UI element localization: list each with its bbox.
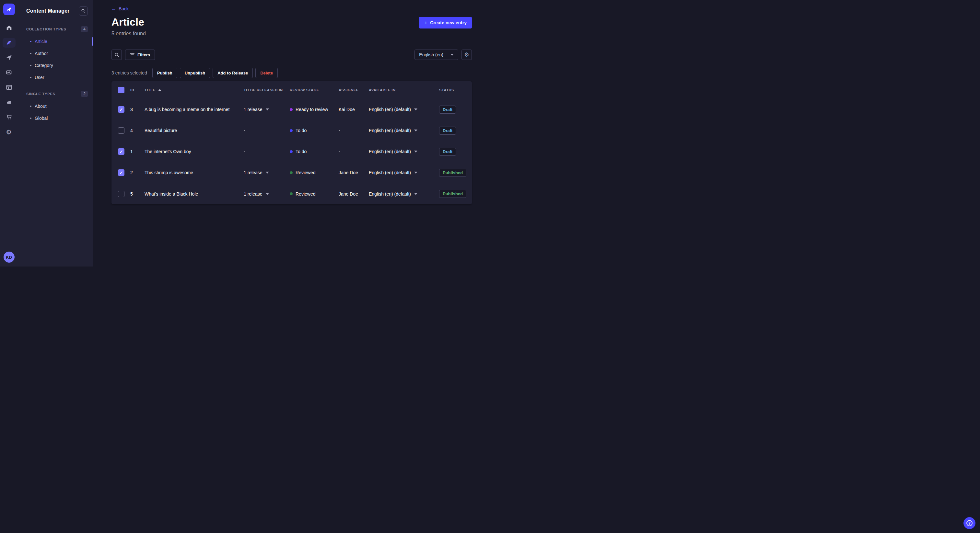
unpublish-button[interactable]: Unpublish bbox=[180, 68, 210, 78]
column-available-in: AVAILABLE IN bbox=[369, 88, 439, 92]
chevron-down-icon bbox=[414, 151, 417, 152]
row-assignee: Jane Doe bbox=[339, 191, 369, 197]
row-title: Beautiful picture bbox=[145, 128, 244, 133]
create-entry-button[interactable]: + Create new entry bbox=[419, 17, 472, 29]
count-badge: 4 bbox=[81, 26, 88, 32]
settings-icon[interactable]: ⚙ bbox=[3, 127, 16, 137]
release-dropdown[interactable]: 1 release bbox=[244, 170, 290, 175]
row-checkbox[interactable]: ✓ bbox=[118, 127, 124, 134]
check-icon: ✓ bbox=[119, 149, 123, 154]
content-manager-icon[interactable] bbox=[3, 38, 16, 48]
section-label: COLLECTION TYPES bbox=[26, 27, 66, 31]
table-row[interactable]: ✓ 1 The internet's Own boy - To do - Eng… bbox=[111, 141, 472, 162]
bullet-icon bbox=[30, 77, 32, 78]
filters-button[interactable]: Filters bbox=[125, 49, 155, 60]
toolbar: Filters English (en) ⚙ bbox=[111, 49, 472, 60]
row-checkbox[interactable]: ✓ bbox=[118, 169, 124, 176]
row-title: This shrimp is awesome bbox=[145, 170, 244, 175]
review-stage-cell: Reviewed bbox=[290, 191, 339, 197]
release-dropdown[interactable]: 1 release bbox=[244, 191, 290, 197]
row-assignee: - bbox=[339, 128, 369, 133]
status-badge: Draft bbox=[439, 106, 456, 114]
table-row[interactable]: ✓ 5 What's inside a Black Hole 1 release… bbox=[111, 183, 472, 204]
view-settings-button[interactable]: ⚙ bbox=[461, 49, 472, 60]
stage-dot-icon bbox=[290, 150, 293, 153]
available-locale-dropdown[interactable]: English (en) (default) bbox=[369, 170, 439, 175]
media-library-icon[interactable] bbox=[3, 68, 16, 78]
selection-bar: 3 entries selected Publish Unpublish Add… bbox=[111, 68, 472, 78]
column-title[interactable]: TITLE bbox=[145, 88, 244, 92]
active-indicator bbox=[92, 37, 93, 46]
row-checkbox[interactable]: ✓ bbox=[118, 106, 124, 113]
row-assignee: Kai Doe bbox=[339, 107, 369, 112]
select-all-checkbox[interactable] bbox=[118, 87, 124, 93]
status-badge: Published bbox=[439, 190, 466, 198]
row-id: 2 bbox=[130, 170, 145, 175]
avatar[interactable]: KD bbox=[3, 252, 14, 263]
strapi-logo[interactable] bbox=[3, 3, 15, 15]
bullet-icon bbox=[30, 65, 32, 66]
publish-button[interactable]: Publish bbox=[152, 68, 177, 78]
table-header: ID TITLE TO BE RELEASED IN REVIEW STAGE … bbox=[111, 81, 472, 99]
main-content: ← Back Article 5 entries found + Create … bbox=[93, 0, 490, 266]
sidebar-item-about[interactable]: About bbox=[18, 100, 93, 112]
search-button[interactable] bbox=[111, 49, 122, 60]
row-checkbox[interactable]: ✓ bbox=[118, 148, 124, 155]
chevron-down-icon bbox=[414, 171, 417, 174]
column-review-stage: REVIEW STAGE bbox=[290, 88, 339, 92]
chevron-down-icon bbox=[266, 193, 269, 195]
search-icon-button[interactable] bbox=[79, 6, 88, 16]
table-row[interactable]: ✓ 2 This shrimp is awesome 1 release Rev… bbox=[111, 162, 472, 183]
filter-icon bbox=[130, 53, 135, 57]
locale-select[interactable]: English (en) bbox=[415, 49, 458, 60]
available-locale-dropdown[interactable]: English (en) (default) bbox=[369, 107, 439, 112]
app-window: ⚙ KD Content Manager COLLECTION TYPES 4 bbox=[0, 0, 490, 266]
sidebar-item-global[interactable]: Global bbox=[18, 112, 93, 124]
available-locale-dropdown[interactable]: English (en) (default) bbox=[369, 149, 439, 154]
rail-nav: ⚙ bbox=[3, 23, 16, 137]
sidebar-item-category[interactable]: Category bbox=[18, 59, 93, 71]
chevron-down-icon bbox=[414, 108, 417, 110]
table-row[interactable]: ✓ 4 Beautiful picture - To do - English … bbox=[111, 120, 472, 141]
releases-icon[interactable] bbox=[3, 53, 16, 62]
row-assignee: - bbox=[339, 149, 369, 154]
search-icon bbox=[115, 52, 119, 57]
status-badge: Draft bbox=[439, 127, 456, 135]
table-row[interactable]: ✓ 3 A bug is becoming a meme on the inte… bbox=[111, 99, 472, 120]
release-dropdown[interactable]: 1 release bbox=[244, 107, 290, 112]
release-dropdown[interactable]: - bbox=[244, 149, 290, 154]
column-assignee: ASSIGNEE bbox=[339, 88, 369, 92]
row-id: 4 bbox=[130, 128, 145, 133]
row-assignee: Jane Doe bbox=[339, 170, 369, 175]
stage-dot-icon bbox=[290, 129, 293, 132]
sidebar-item-user[interactable]: User bbox=[18, 71, 93, 83]
bullet-icon bbox=[30, 106, 32, 107]
stage-dot-icon bbox=[290, 108, 293, 111]
available-locale-dropdown[interactable]: English (en) (default) bbox=[369, 128, 439, 133]
row-checkbox[interactable]: ✓ bbox=[118, 191, 124, 197]
status-badge: Draft bbox=[439, 148, 456, 156]
chevron-down-icon bbox=[450, 54, 454, 56]
release-dropdown[interactable]: - bbox=[244, 128, 290, 133]
count-badge: 2 bbox=[81, 91, 88, 97]
available-locale-dropdown[interactable]: English (en) (default) bbox=[369, 191, 439, 197]
delete-button[interactable]: Delete bbox=[255, 68, 278, 78]
entries-count: 5 entries found bbox=[111, 31, 146, 36]
section-label: SINGLE TYPES bbox=[26, 92, 56, 96]
column-status: STATUS bbox=[439, 88, 472, 92]
row-id: 5 bbox=[130, 191, 145, 197]
back-link[interactable]: ← Back bbox=[111, 6, 129, 11]
sidebar-item-article[interactable]: Article bbox=[18, 35, 93, 47]
marketplace-icon[interactable] bbox=[3, 113, 16, 122]
deploy-icon[interactable] bbox=[3, 97, 16, 107]
sidebar-item-author[interactable]: Author bbox=[18, 47, 93, 59]
chevron-down-icon bbox=[266, 171, 269, 174]
add-to-release-button[interactable]: Add to Release bbox=[213, 68, 253, 78]
collection-types-section: COLLECTION TYPES 4 Article Author Catego… bbox=[18, 26, 93, 83]
review-stage-cell: To do bbox=[290, 128, 339, 133]
bullet-icon bbox=[30, 53, 32, 54]
column-to-be-released-in: TO BE RELEASED IN bbox=[244, 88, 290, 92]
chevron-down-icon bbox=[414, 193, 417, 195]
home-icon[interactable] bbox=[3, 23, 16, 33]
content-type-builder-icon[interactable] bbox=[3, 82, 16, 92]
